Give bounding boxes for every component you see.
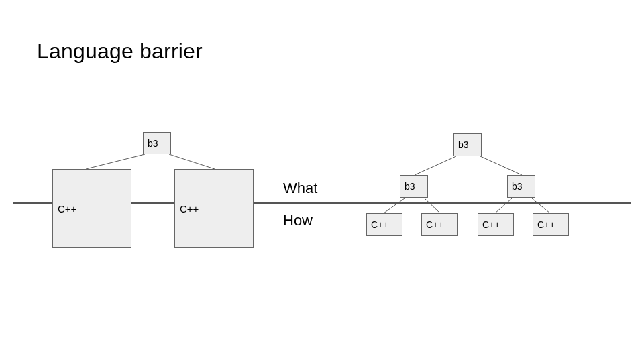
svg-line-1	[169, 154, 215, 169]
left-root-box: b3	[143, 132, 171, 154]
right-leaf-box-0: C++	[366, 213, 402, 236]
right-leaf-box-3: C++	[533, 213, 569, 236]
svg-line-5	[425, 198, 440, 213]
right-leaf-box-1: C++	[421, 213, 458, 236]
right-root-box: b3	[453, 133, 482, 156]
right-mid-box-1: b3	[507, 175, 535, 198]
svg-line-7	[532, 198, 550, 213]
left-child-box-1: C++	[174, 169, 254, 248]
slide-title: Language barrier	[37, 39, 203, 64]
svg-line-3	[480, 156, 522, 175]
left-child-box-0: C++	[52, 169, 131, 248]
right-leaf-box-2: C++	[478, 213, 514, 236]
label-how: How	[283, 212, 313, 229]
right-mid-box-0: b3	[400, 175, 428, 198]
label-what: What	[283, 180, 317, 197]
svg-line-4	[384, 198, 405, 213]
svg-line-2	[415, 156, 456, 175]
svg-line-0	[86, 154, 145, 169]
svg-line-6	[495, 198, 512, 213]
slide: Language barrier What How b3 C++ C++ b3 …	[0, 0, 644, 362]
